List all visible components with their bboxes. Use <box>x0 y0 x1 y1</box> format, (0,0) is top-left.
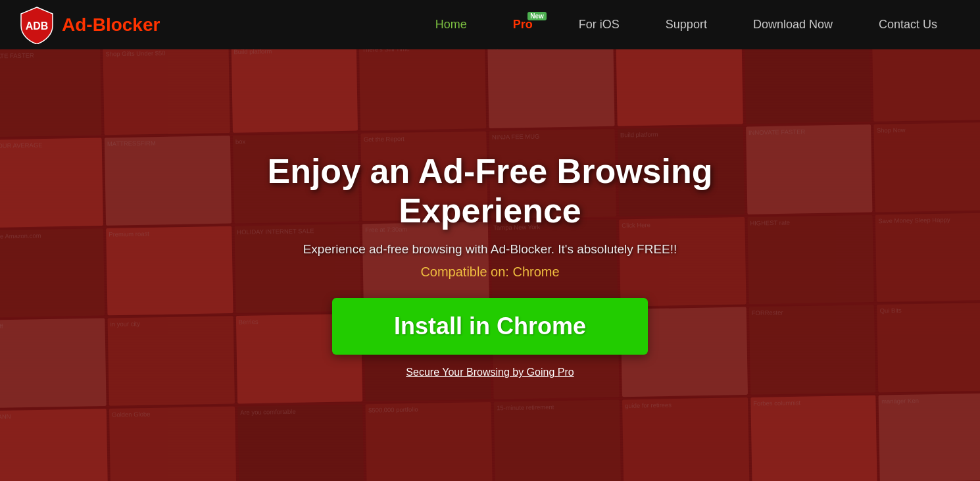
nav-contact[interactable]: Contact Us <box>856 0 960 49</box>
hero-subtitle: Experience ad-free browsing with Ad-Bloc… <box>224 242 756 257</box>
install-chrome-button[interactable]: Install in Chrome <box>332 298 648 355</box>
nav-links: Home Pro New For iOS Support Download No… <box>412 0 960 49</box>
nav-pro[interactable]: Pro New <box>490 0 556 49</box>
logo-text: Ad-Blocker <box>62 14 160 36</box>
pro-new-badge: New <box>527 12 547 20</box>
nav-download[interactable]: Download Now <box>730 0 856 49</box>
secure-browsing-link[interactable]: Secure Your Browsing by Going Pro <box>406 367 574 378</box>
hero-title: Enjoy an Ad-Free Browsing Experience <box>224 152 756 231</box>
logo-shield-icon: ADB <box>20 6 54 44</box>
nav-support[interactable]: Support <box>643 0 730 49</box>
nav-ios[interactable]: For iOS <box>556 0 643 49</box>
hero-section: Enjoy an Ad-Free Browsing Experience Exp… <box>0 49 980 481</box>
hero-content: Enjoy an Ad-Free Browsing Experience Exp… <box>210 139 770 392</box>
hero-compatible: Compatible on: Chrome <box>224 265 756 280</box>
nav-home[interactable]: Home <box>412 0 490 49</box>
navbar: ADB Ad-Blocker Home Pro New For iOS Supp… <box>0 0 980 49</box>
svg-text:ADB: ADB <box>26 20 49 32</box>
logo-link[interactable]: ADB Ad-Blocker <box>20 6 160 44</box>
